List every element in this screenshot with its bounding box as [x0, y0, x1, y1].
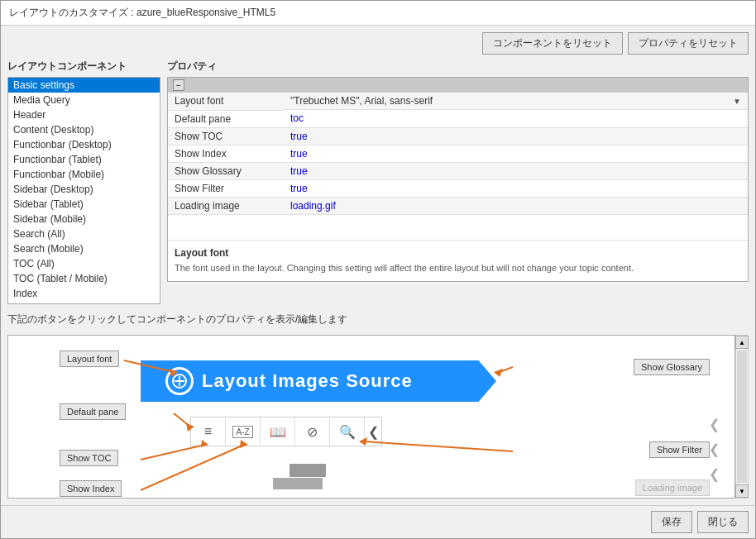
save-button[interactable]: 保存: [651, 511, 692, 533]
listbox-item-search-all[interactable]: Search (All): [8, 227, 160, 241]
listbox-item-sidebar-desktop[interactable]: Sidebar (Desktop): [8, 182, 160, 197]
prop-key: Show TOC: [168, 127, 284, 145]
show-glossary-text: Show Glossary: [641, 362, 702, 372]
prop-key: Show Filter: [168, 179, 284, 197]
default-pane-label[interactable]: Default pane: [60, 403, 126, 420]
prop-value[interactable]: toc: [284, 110, 748, 127]
prop-value[interactable]: loading.gif: [284, 197, 748, 214]
listbox-item-toc-tablet-mobile[interactable]: TOC (Tablet / Mobile): [8, 271, 160, 286]
prop-key: Default pane: [168, 110, 284, 127]
reset-props-button[interactable]: プロパティをリセット: [628, 32, 749, 55]
window-title: レイアウトのカスタマイズ : azure_blueResponsive_HTML…: [9, 7, 275, 18]
show-filter-text: Show Filter: [657, 445, 702, 455]
scroll-up-button[interactable]: ▲: [735, 336, 749, 349]
table-row: Show Index true: [168, 145, 748, 162]
close-button[interactable]: 閉じる: [697, 511, 749, 533]
dropdown-arrow-icon[interactable]: ▼: [733, 97, 741, 106]
show-index-text: Show Index: [67, 484, 114, 494]
upper-panels: レイアウトコンポーネント Basic settings Media Query …: [7, 60, 749, 304]
prop-value[interactable]: "Trebuchet MS", Arial, sans-serif ▼: [284, 93, 748, 110]
props-table: Layout font "Trebuchet MS", Arial, sans-…: [168, 93, 748, 215]
svg-line-11: [500, 367, 513, 372]
chevron-icon-btn[interactable]: ❮: [365, 417, 381, 446]
list-icon-btn[interactable]: ≡: [191, 417, 226, 446]
bottom-bar: 保存 閉じる: [1, 505, 755, 538]
main-content: コンポーネントをリセット プロパティをリセット レイアウトコンポーネント Bas…: [1, 26, 755, 505]
layout-font-label[interactable]: Layout font: [60, 351, 119, 367]
desc-title: Layout font: [175, 247, 741, 259]
banner-circle-icon: [165, 367, 194, 395]
props-header: −: [168, 78, 748, 93]
listbox-item-basic-settings[interactable]: Basic settings: [8, 78, 160, 93]
prop-key: Show Index: [168, 145, 284, 162]
book-icon-btn[interactable]: 📖: [261, 417, 295, 446]
listbox-item-content-desktop[interactable]: Content (Desktop): [8, 122, 160, 137]
listbox-item-functionbar-desktop[interactable]: Functionbar (Desktop): [8, 137, 160, 152]
preview-area: Layout font Layout Images Source: [7, 335, 735, 498]
layout-font-label-text: Layout font: [67, 354, 112, 364]
show-glossary-label[interactable]: Show Glossary: [634, 359, 710, 375]
reset-component-button[interactable]: コンポーネントをリセット: [482, 32, 623, 55]
right-panel: プロパティ − Layout font: [167, 60, 749, 282]
listbox-item-toc-all[interactable]: TOC (All): [8, 256, 160, 271]
icon-toolbar: ≡ A-Z 📖 ⊘ 🔍 ❮: [190, 417, 382, 446]
left-panel: レイアウトコンポーネント Basic settings Media Query …: [7, 60, 160, 304]
collapse-symbol: −: [176, 81, 181, 90]
circle-inner-icon: [171, 373, 188, 389]
svg-line-13: [364, 441, 513, 451]
layout-banner: Layout Images Source: [141, 360, 496, 402]
chevron-right-2: ❮: [709, 441, 720, 457]
scroll-up-icon: ▲: [739, 339, 745, 346]
table-row: Show TOC true: [168, 127, 748, 145]
banner-text: Layout Images Source: [202, 370, 413, 392]
svg-line-5: [174, 413, 190, 427]
filter-icon-btn[interactable]: ⊘: [295, 417, 330, 446]
gray-bar-2: [273, 478, 323, 489]
az-icon: A-Z: [232, 426, 252, 438]
table-row: Show Glossary true: [168, 162, 748, 179]
loading-image-label[interactable]: Loading image: [635, 479, 710, 496]
separator-text: 下記のボタンをクリックしてコンポーネントのプロパティを表示/編集します: [7, 309, 749, 330]
scroll-down-icon: ▼: [739, 488, 745, 495]
prop-key: Loading image: [168, 197, 284, 214]
listbox-item-functionbar-mobile[interactable]: Functionbar (Mobile): [8, 167, 160, 182]
preview-inner: Layout font Layout Images Source: [8, 336, 734, 498]
az-icon-btn[interactable]: A-Z: [226, 417, 261, 446]
listbox-item-header[interactable]: Header: [8, 107, 160, 122]
desc-text: The font used in the layout. Changing th…: [175, 262, 741, 274]
prop-value[interactable]: true: [284, 162, 748, 179]
prop-value[interactable]: true: [284, 145, 748, 162]
listbox-item-search-mobile[interactable]: Search (Mobile): [8, 241, 160, 256]
listbox-item-index[interactable]: Index: [8, 286, 160, 301]
title-bar: レイアウトのカスタマイズ : azure_blueResponsive_HTML…: [1, 1, 755, 26]
table-row: Show Filter true: [168, 179, 748, 197]
search-icon-btn[interactable]: 🔍: [330, 417, 365, 446]
prop-value[interactable]: true: [284, 179, 748, 197]
description-box: Layout font The font used in the layout.…: [168, 240, 748, 281]
gray-bar-1: [289, 464, 326, 477]
show-index-label[interactable]: Show Index: [60, 480, 122, 497]
table-row: Default pane toc: [168, 110, 748, 127]
svg-line-7: [141, 445, 205, 460]
collapse-button[interactable]: −: [173, 79, 184, 91]
table-row: Layout font "Trebuchet MS", Arial, sans-…: [168, 93, 748, 110]
scroll-track[interactable]: [737, 351, 747, 483]
table-row: Loading image loading.gif: [168, 197, 748, 214]
prop-value[interactable]: true: [284, 127, 748, 145]
main-window: レイアウトのカスタマイズ : azure_blueResponsive_HTML…: [0, 0, 756, 539]
show-toc-label[interactable]: Show TOC: [60, 450, 118, 466]
default-pane-text: Default pane: [67, 407, 118, 417]
svg-line-9: [141, 445, 244, 490]
listbox-item-glossary[interactable]: Glossary: [8, 301, 160, 304]
scroll-down-button[interactable]: ▼: [735, 484, 749, 498]
prop-key: Show Glossary: [168, 162, 284, 179]
prop-key: Layout font: [168, 93, 284, 110]
listbox-item-media-query[interactable]: Media Query: [8, 93, 160, 107]
listbox-item-functionbar-tablet[interactable]: Functionbar (Tablet): [8, 152, 160, 167]
svg-marker-12: [494, 369, 503, 377]
listbox-item-sidebar-tablet[interactable]: Sidebar (Tablet): [8, 197, 160, 212]
component-listbox[interactable]: Basic settings Media Query Header Conten…: [7, 77, 160, 304]
listbox-item-sidebar-mobile[interactable]: Sidebar (Mobile): [8, 212, 160, 227]
show-filter-label[interactable]: Show Filter: [649, 441, 710, 458]
show-toc-text: Show TOC: [67, 453, 111, 463]
